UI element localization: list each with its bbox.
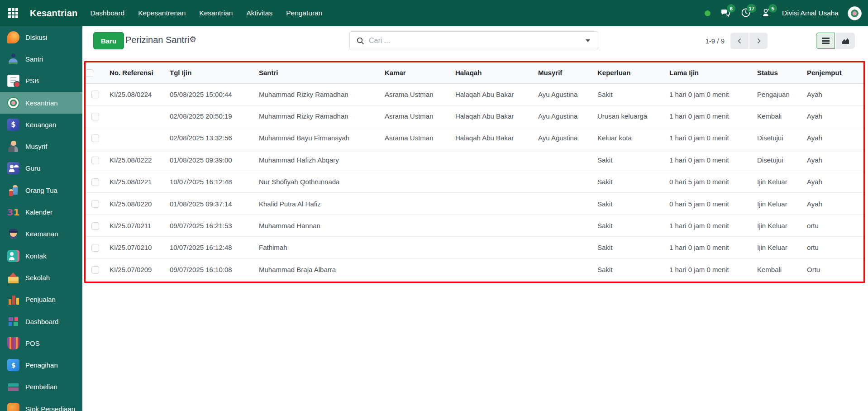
pager-prev-button[interactable] — [730, 33, 749, 49]
list-view-button[interactable] — [816, 33, 835, 49]
table-row[interactable]: KI/25.08/0224 05/08/2025 15:00:44 Muhamm… — [86, 83, 863, 105]
top-menu-item[interactable]: Kepesantrenan — [138, 9, 186, 17]
top-menu-item[interactable]: Pengaturan — [286, 9, 322, 17]
sidebar-item[interactable]: Dashboard — [0, 311, 82, 332]
sidebar-item[interactable]: Keamanan — [0, 223, 82, 245]
row-checkbox[interactable] — [91, 200, 99, 208]
top-menu-item[interactable]: Dashboard — [90, 9, 124, 17]
penagihan-icon — [7, 359, 19, 371]
cell-status: Ijin Keluar — [753, 193, 802, 215]
column-header[interactable]: Halaqah — [451, 62, 534, 83]
user-avatar[interactable] — [848, 6, 862, 20]
cell-musyrif — [534, 171, 593, 193]
sidebar-item[interactable]: Penjualan — [0, 289, 82, 311]
penjualan-icon — [7, 293, 19, 306]
sekolah-icon — [7, 272, 19, 284]
sidebar-item[interactable]: Pembelian — [0, 376, 82, 398]
cell-status: Ijin Keluar — [753, 171, 802, 193]
cell-kamar — [380, 193, 451, 215]
select-all-checkbox[interactable] — [86, 69, 93, 77]
sidebar-item[interactable]: Kesantrian — [0, 92, 82, 114]
cell-ref: KI/25.08/0220 — [105, 193, 165, 215]
settings-gear-icon[interactable]: ⚙ — [189, 34, 196, 44]
row-checkbox[interactable] — [91, 178, 99, 186]
sidebar-item-label: Keamanan — [25, 230, 58, 238]
sidebar-item[interactable]: Sekolah — [0, 267, 82, 288]
sidebar-item-label: Sekolah — [25, 274, 50, 282]
sidebar-item[interactable]: Kalender — [0, 201, 82, 223]
cell-tgl-ijin: 01/08/2025 09:39:00 — [165, 149, 254, 171]
table-row[interactable]: 02/08/2025 13:32:56 Muhammad Bayu Firman… — [86, 127, 863, 149]
top-menu-item[interactable]: Kesantrian — [199, 9, 233, 17]
table-row[interactable]: KI/25.08/0220 01/08/2025 09:37:14 Khalid… — [86, 193, 863, 215]
column-header[interactable]: Santri — [254, 62, 380, 83]
column-header[interactable]: No. Referensi — [105, 62, 165, 83]
cell-santri: Muhammad Rizky Ramadhan — [254, 83, 380, 105]
cell-musyrif — [534, 215, 593, 236]
kontak-icon — [7, 250, 19, 262]
cell-penjemput: Ayah — [802, 149, 863, 171]
cell-kamar: Asrama Ustman — [380, 83, 451, 105]
cell-tgl-ijin: 01/08/2025 09:37:14 — [165, 193, 254, 215]
row-checkbox[interactable] — [91, 244, 99, 252]
top-menu-item[interactable]: Aktivitas — [246, 9, 272, 17]
cell-kamar: Asrama Ustman — [380, 127, 451, 149]
sidebar-item[interactable]: POS — [0, 332, 82, 354]
sidebar-item[interactable]: Stok Persediaan — [0, 398, 82, 411]
musyrif-icon — [7, 140, 19, 153]
row-checkbox[interactable] — [91, 222, 99, 230]
sidebar-item[interactable]: Penagihan — [0, 354, 82, 376]
cell-santri: Nur Shofiyah Qothrunnada — [254, 171, 380, 193]
company-name[interactable]: Divisi Amal Usaha — [782, 9, 839, 17]
cell-keperluan: Sakit — [593, 171, 665, 193]
cell-halaqah — [451, 215, 534, 236]
sidebar-item[interactable]: Diskusi — [0, 26, 82, 48]
cell-status: Disetujui — [753, 127, 802, 149]
column-header[interactable]: Lama Ijin — [665, 62, 753, 83]
table-row[interactable]: KI/25.08/0221 10/07/2025 16:12:48 Nur Sh… — [86, 171, 863, 193]
table-row[interactable]: KI/25.07/0209 09/07/2025 16:10:08 Muhamm… — [86, 258, 863, 280]
sidebar-item[interactable]: Orang Tua — [0, 179, 82, 201]
row-checkbox[interactable] — [91, 266, 99, 274]
row-checkbox[interactable] — [91, 134, 99, 142]
records-table: No. ReferensiTgl IjinSantriKamarHalaqahM… — [86, 62, 863, 281]
top-menu: DashboardKepesantrenanKesantrianAktivita… — [90, 9, 322, 17]
column-header[interactable]: Keperluan — [593, 62, 665, 83]
table-row[interactable]: KI/25.07/0211 09/07/2025 16:21:53 Muhamm… — [86, 215, 863, 236]
sidebar-item[interactable]: Kontak — [0, 245, 82, 267]
search-input[interactable] — [369, 37, 578, 45]
sidebar-item[interactable]: PSB — [0, 70, 82, 92]
pager-next-button[interactable] — [749, 33, 768, 49]
table-row[interactable]: KI/25.07/0210 10/07/2025 16:12:48 Fathim… — [86, 237, 863, 258]
cell-penjemput: Ayah — [802, 105, 863, 127]
search-dropdown-toggle[interactable] — [578, 32, 598, 50]
row-checkbox[interactable] — [91, 113, 99, 120]
column-header[interactable]: Kamar — [380, 62, 451, 83]
activities-button[interactable]: 17 — [740, 7, 752, 19]
column-header[interactable]: Tgl Ijin — [165, 62, 254, 83]
sidebar-item[interactable]: Keuangan — [0, 114, 82, 135]
column-header[interactable]: Musyrif — [534, 62, 593, 83]
requests-button[interactable]: 5 — [761, 7, 773, 19]
cell-tgl-ijin: 10/07/2025 16:12:48 — [165, 237, 254, 258]
caret-down-icon — [586, 39, 590, 42]
app-title[interactable]: Kesantrian — [30, 8, 77, 19]
cell-ref: KI/25.07/0209 — [105, 258, 165, 280]
pager-range: 1-9 / 9 — [705, 37, 725, 45]
table-row[interactable]: 02/08/2025 20:50:19 Muhammad Rizky Ramad… — [86, 105, 863, 127]
column-header[interactable]: Penjemput — [802, 62, 863, 83]
messages-button[interactable]: 6 — [720, 7, 731, 19]
sidebar-item[interactable]: Musyrif — [0, 135, 82, 157]
chart-view-button[interactable] — [836, 33, 855, 49]
column-header[interactable]: Status — [753, 62, 802, 83]
sidebar-item[interactable]: Guru — [0, 158, 82, 179]
area-chart-icon — [842, 38, 849, 44]
apps-grid-icon[interactable] — [8, 8, 18, 18]
row-checkbox[interactable] — [91, 91, 99, 98]
sidebar-item[interactable]: Santri — [0, 48, 82, 70]
new-record-button[interactable]: Baru — [93, 32, 124, 49]
cell-ref: KI/25.07/0211 — [105, 215, 165, 236]
dashboard-icon — [7, 315, 19, 328]
row-checkbox[interactable] — [91, 157, 99, 164]
table-row[interactable]: KI/25.08/0222 01/08/2025 09:39:00 Muhamm… — [86, 149, 863, 171]
